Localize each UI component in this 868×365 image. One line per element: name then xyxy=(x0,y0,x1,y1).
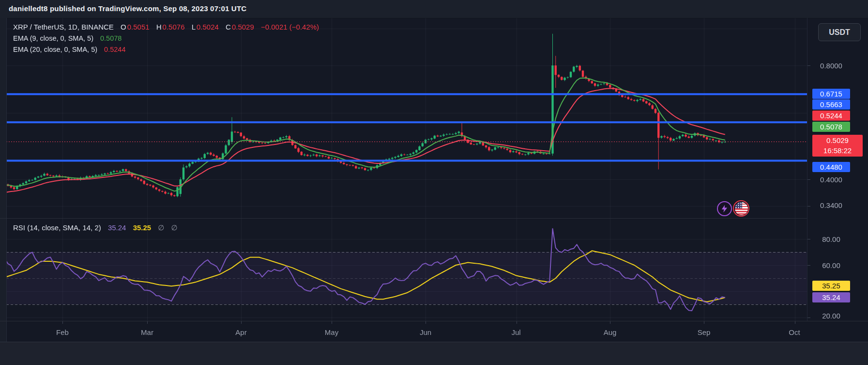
ema20-label: EMA (20, close, 0, SMA, 5) xyxy=(13,46,97,53)
ema20-price-label: 0.5244 xyxy=(812,111,850,121)
month-label-jun: Jun xyxy=(411,328,440,336)
rsi-ma-value: 35.25 xyxy=(133,223,152,232)
rsi-value-label: 35.24 xyxy=(812,292,850,302)
ohlc-close-value: 0.5029 xyxy=(232,23,254,31)
month-label-mar: Mar xyxy=(133,328,162,336)
tradingview-snapshot: danielledt8 published on TradingView.com… xyxy=(0,0,868,365)
quote-currency-button[interactable]: USDT xyxy=(818,23,861,41)
symbol-title: XRP / TetherUS, 1D, BINANCE xyxy=(13,23,114,31)
lightning-icon xyxy=(720,205,729,213)
month-label-jul: Jul xyxy=(502,328,531,336)
change-value: −0.0021 (−0.42%) xyxy=(261,23,319,31)
rsi-value: 35.24 xyxy=(108,223,126,232)
ohlc-low-value: 0.5024 xyxy=(197,23,219,31)
rsi-empty-2: ∅ xyxy=(171,223,178,232)
month-label-apr: Apr xyxy=(227,328,256,336)
ema20-value: 0.5244 xyxy=(104,46,125,53)
ohlc-close-label: C xyxy=(226,23,231,31)
month-label-may: May xyxy=(317,328,346,336)
ohlc-open-label: O xyxy=(121,23,126,31)
ohlc-low-label: L xyxy=(192,23,196,31)
footer-bar: TradingView xyxy=(0,342,868,365)
month-label-aug: Aug xyxy=(595,328,624,336)
rsi-label: RSI (14, close, SMA, 14, 2) xyxy=(13,223,101,232)
pane-left-margin xyxy=(0,18,7,342)
attribution-text: danielledt8 published on TradingView.com… xyxy=(9,4,246,13)
countdown-timer: 16:58:22 xyxy=(812,145,863,156)
symbol-legend-row[interactable]: XRP / TetherUS, 1D, BINANCE O0.5051 H0.5… xyxy=(13,23,319,31)
last-price-value: 0.5029 xyxy=(812,135,863,145)
month-label-sep: Sep xyxy=(689,328,718,336)
month-label-oct: Oct xyxy=(780,328,809,336)
month-label-feb: Feb xyxy=(48,328,77,336)
pane-separator[interactable] xyxy=(0,218,807,219)
rsi-ma-label: 35.25 xyxy=(812,281,850,291)
rsi-tick-80: 80.00 xyxy=(812,235,850,243)
rsi-legend-row[interactable]: RSI (14, close, SMA, 14, 2) 35.24 35.25 … xyxy=(13,223,178,232)
price-chart-canvas[interactable] xyxy=(0,17,813,342)
level-label-5663: 0.5663 xyxy=(812,99,850,110)
level-label-6715: 0.6715 xyxy=(812,89,850,99)
price-tick-0400: 0.4000 xyxy=(812,175,850,184)
ohlc-open-value: 0.5051 xyxy=(127,23,150,31)
us-flag-icon xyxy=(735,202,748,215)
last-price-label: 0.5029 16:58:22 xyxy=(812,135,863,157)
price-tick-0800: 0.8000 xyxy=(812,62,850,70)
ema9-legend-row[interactable]: EMA (9, close, 0, SMA, 5) 0.5078 xyxy=(13,34,122,42)
ema20-legend-row[interactable]: EMA (20, close, 0, SMA, 5) 0.5244 xyxy=(13,46,125,53)
ohlc-high-label: H xyxy=(156,23,162,31)
flag-badge[interactable] xyxy=(733,200,749,217)
rsi-tick-20: 20.00 xyxy=(812,312,850,320)
ema9-label: EMA (9, close, 0, SMA, 5) xyxy=(13,34,93,42)
ema9-price-label: 0.5078 xyxy=(812,122,850,132)
attribution-bar: danielledt8 published on TradingView.com… xyxy=(0,0,868,18)
ohlc-high-value: 0.5076 xyxy=(163,23,185,31)
price-axis-separator xyxy=(807,18,807,321)
ema9-value: 0.5078 xyxy=(100,34,122,42)
time-axis-separator xyxy=(0,321,868,321)
lightning-badge[interactable] xyxy=(717,201,732,216)
price-tick-0340: 0.3400 xyxy=(812,201,850,209)
level-label-4480: 0.4480 xyxy=(812,162,850,172)
rsi-tick-60: 60.00 xyxy=(812,261,850,270)
rsi-empty-1: ∅ xyxy=(158,223,164,232)
